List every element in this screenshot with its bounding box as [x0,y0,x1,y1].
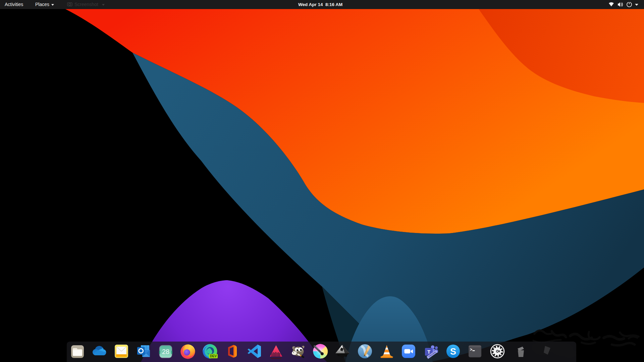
svg-text:28: 28 [162,348,169,355]
svg-text:S: S [450,347,456,357]
svg-text:T: T [427,349,430,355]
svg-text:>: > [470,348,472,352]
svg-text:DEV: DEV [210,354,217,358]
